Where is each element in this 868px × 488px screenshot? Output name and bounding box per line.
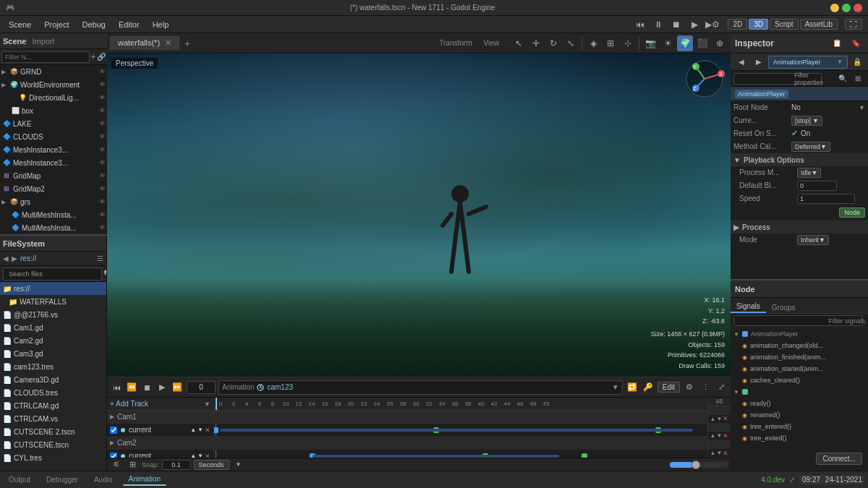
breadcrumb-back[interactable]: ◀ <box>3 254 9 262</box>
search-input[interactable] <box>3 267 102 281</box>
signal-caches-cleared[interactable]: ◉ caches_cleared() <box>731 374 868 386</box>
menu-editor[interactable]: Editor <box>113 19 145 30</box>
menu-debug[interactable]: Debug <box>76 19 111 30</box>
fs-item-cutscene[interactable]: 📄 CUTSCENE.tscn <box>0 438 106 451</box>
timeline-time[interactable] <box>187 381 216 394</box>
tab-animation[interactable]: Animation <box>123 474 166 486</box>
seconds-btn[interactable]: Seconds <box>194 460 229 470</box>
tab-close[interactable]: ✕ <box>165 38 171 47</box>
seconds-dropdown[interactable]: ▼ <box>232 458 245 471</box>
cam3-up[interactable]: ▲ <box>710 450 716 456</box>
tl-skip-back[interactable]: ⏮ <box>110 381 123 394</box>
cam2-down[interactable]: ▼ <box>717 432 723 439</box>
tab-groups[interactable]: Groups <box>766 302 801 313</box>
fs-item-cam2[interactable]: 📄 Cam2.gd <box>0 334 106 347</box>
fs-toggle[interactable]: ☰ <box>97 254 103 262</box>
track-up[interactable]: ▲ <box>190 427 196 434</box>
add-track-btn[interactable]: + Add Track ▼ <box>107 398 213 411</box>
render-btn[interactable]: ⬛ <box>694 35 710 51</box>
track-cam2-visible[interactable] <box>110 453 117 458</box>
env-btn[interactable]: 🌍 <box>677 35 693 51</box>
scene-add-btn[interactable]: + <box>91 49 95 65</box>
rotate-tool[interactable]: ↻ <box>545 35 561 51</box>
fs-item-cam1[interactable]: 📄 Cam1.gd <box>0 321 106 334</box>
scene-link-btn[interactable]: 🔗 <box>97 49 106 65</box>
import-label[interactable]: Import <box>32 37 54 46</box>
add-track-dropdown[interactable]: ▼ <box>204 401 210 408</box>
snap-btn[interactable]: ⊞ <box>603 35 618 51</box>
cam1-down[interactable]: ▼ <box>717 416 723 422</box>
fs-item-clouds[interactable]: 📄 CLOUDS.tres <box>0 386 106 399</box>
mode-2d-btn[interactable]: 2D <box>728 19 747 30</box>
track-delete[interactable]: ✕ <box>205 427 210 434</box>
tree-item-multimesh2[interactable]: 🔷 MultiMeshInsta... 👁 <box>0 221 107 234</box>
minimize-btn[interactable] <box>830 4 839 12</box>
snap-input[interactable]: 0.1 <box>162 460 191 470</box>
component-dropdown[interactable]: ▼ <box>837 59 843 65</box>
fs-item-vs[interactable]: 📄 @@21766.vs <box>0 308 106 321</box>
tl-menu-btn[interactable]: ⋮ <box>699 381 712 394</box>
tl-loop-btn[interactable]: 🔁 <box>626 381 639 394</box>
tab-output[interactable]: Output <box>3 474 36 485</box>
tl-play[interactable]: ▶ <box>156 381 169 394</box>
mode-3d-btn[interactable]: 3D <box>749 19 768 30</box>
keyframe-0[interactable] <box>214 427 218 433</box>
fs-item-ctrlcam-gd[interactable]: 📄 CTRLCAM.gd <box>0 399 106 412</box>
filter-btn[interactable]: ⚟ <box>110 458 123 471</box>
connect-button[interactable]: Connect... <box>816 453 862 465</box>
filter-options-btn[interactable]: ⊞ <box>851 71 865 87</box>
stop-btn[interactable]: ⏹ <box>668 17 684 33</box>
tab-audio[interactable]: Audio <box>88 474 119 485</box>
assetlib-btn[interactable]: AssetLib <box>800 19 838 30</box>
fs-item-cutscene2[interactable]: 📄 CUTSCENE 2.tscn <box>0 425 106 438</box>
tree-item-grs[interactable]: ▶ 📦 grs 👁 <box>0 195 107 208</box>
fs-item-res[interactable]: 📁 res:// <box>0 282 106 295</box>
track-delete[interactable]: ✕ <box>205 453 210 458</box>
scale-tool[interactable]: ⤡ <box>563 35 579 51</box>
method-call-dropdown[interactable]: Deferred▼ <box>791 142 830 152</box>
cam2-del[interactable]: ✕ <box>723 432 728 440</box>
inspector-bookmark-btn[interactable]: 🔖 <box>848 35 864 51</box>
transform-snap-btn[interactable]: ⊹ <box>620 35 636 51</box>
pause-btn[interactable]: ⏸ <box>650 17 666 33</box>
grid-snap-btn[interactable]: ⊞ <box>126 458 139 471</box>
fs-item-waterfalls[interactable]: 📁 WATERFALLS <box>0 295 106 308</box>
menu-scene[interactable]: Scene <box>3 19 37 30</box>
signal-tree-entered[interactable]: ◉ tree_entered() <box>731 421 868 432</box>
timeline-zoom-slider[interactable] <box>670 462 728 468</box>
viewport[interactable]: Perspective X Y Z <box>107 53 731 377</box>
fs-item-cam3[interactable]: 📄 Cam3.gd <box>0 347 106 360</box>
cam1-up[interactable]: ▲ <box>710 416 716 422</box>
track-cam1-keys[interactable] <box>214 424 707 437</box>
view-label[interactable]: View <box>480 38 504 48</box>
track-cam1-visible[interactable] <box>110 427 117 434</box>
cam3-del[interactable]: ✕ <box>723 450 728 457</box>
track-up[interactable]: ▲ <box>190 453 196 458</box>
fs-item-camera3d[interactable]: 📄 Camera3D.gd <box>0 373 106 386</box>
playback-options-header[interactable]: ▼ Playback Options <box>731 153 868 166</box>
expand-panel[interactable]: ⤢ <box>789 476 795 484</box>
gizmo-btn[interactable]: ⊕ <box>712 35 728 51</box>
signal-tree-exited[interactable]: ◉ tree_exited() <box>731 432 868 444</box>
signal-filter-input[interactable] <box>733 315 863 326</box>
tl-back[interactable]: ⏪ <box>125 381 138 394</box>
edit-btn[interactable]: Edit <box>658 382 680 393</box>
keyframe-c[interactable] <box>582 453 587 458</box>
transform-label[interactable]: Transform <box>435 38 476 48</box>
cam1-del[interactable]: ✕ <box>723 415 728 422</box>
play-btn[interactable]: ⏮ <box>632 17 648 33</box>
track-down[interactable]: ▼ <box>197 453 203 458</box>
tree-item-mesh1[interactable]: 🔷 MeshInstance3... 👁 <box>0 143 107 156</box>
current-dropdown[interactable]: [stop] ▼ <box>791 116 822 126</box>
menu-help[interactable]: Help <box>147 19 175 30</box>
tree-item-worldenv[interactable]: ▶ 🌍 WorldEnvironment 👁 <box>0 78 107 91</box>
fs-item-ctrlcam-vs[interactable]: 📄 CTRLCAM.vs <box>0 412 106 425</box>
close-btn[interactable] <box>854 4 862 12</box>
fs-item-cyl[interactable]: 📄 CYL.tres <box>0 451 106 464</box>
root-node-dropdown[interactable]: ▼ <box>859 104 865 111</box>
component-selector[interactable]: AnimationPlayer ▼ <box>768 56 848 69</box>
signals-section-node[interactable]: ▼ <box>731 386 868 398</box>
cam3-down[interactable]: ▼ <box>717 450 723 456</box>
fs-item-cam123[interactable]: 📄 cam123.tres <box>0 360 106 373</box>
tree-item-lake[interactable]: 🔷 LAKE 👁 <box>0 117 107 130</box>
